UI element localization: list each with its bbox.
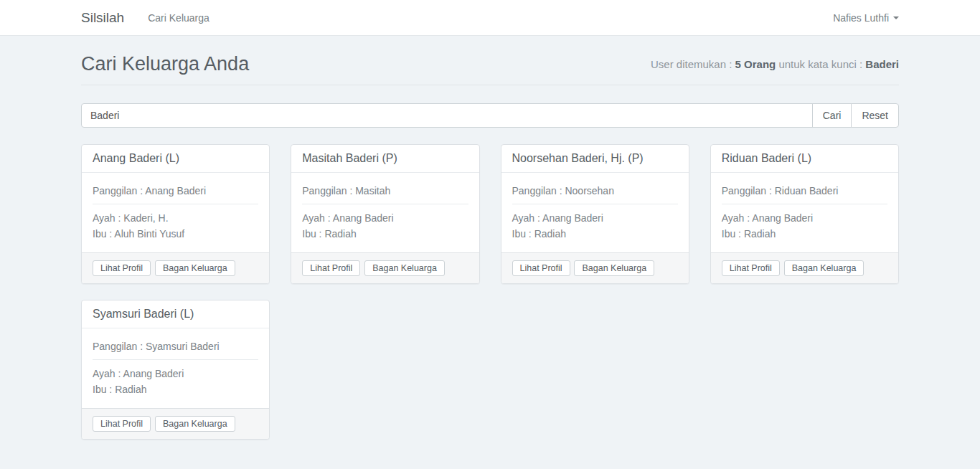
card-heading: Masitah Baderi (P) — [291, 145, 479, 173]
reset-button[interactable]: Reset — [851, 103, 899, 128]
card-heading: Syamsuri Baderi (L) — [82, 300, 269, 328]
person-father: Ayah : Anang Baderi — [512, 210, 678, 226]
lihat-profil-button[interactable]: Lihat Profil — [93, 260, 151, 276]
card-body: Panggilan : Noorsehan Ayah : Anang Bader… — [501, 173, 689, 252]
page-title: Cari Keluarga Anda — [81, 53, 249, 75]
card-body: Panggilan : Syamsuri Baderi Ayah : Anang… — [82, 328, 269, 408]
card-footer: Lihat Profil Bagan Keluarga — [711, 252, 898, 283]
card-heading: Riduan Baderi (L) — [711, 145, 898, 173]
person-father: Ayah : Anang Baderi — [93, 366, 258, 382]
lihat-profil-button[interactable]: Lihat Profil — [302, 260, 360, 276]
lihat-profil-button[interactable]: Lihat Profil — [512, 260, 570, 276]
person-father: Ayah : Anang Baderi — [302, 210, 468, 226]
person-nickname: Panggilan : Syamsuri Baderi — [93, 339, 258, 354]
nav-item-cari-keluarga[interactable]: Cari Keluarga — [148, 12, 209, 24]
person-card: Anang Baderi (L) Panggilan : Anang Bader… — [81, 144, 270, 284]
person-mother: Ibu : Radiah — [512, 226, 678, 242]
lihat-profil-button[interactable]: Lihat Profil — [93, 416, 151, 432]
bagan-keluarga-button[interactable]: Bagan Keluarga — [364, 260, 445, 276]
result-count: 5 Orang — [735, 58, 776, 70]
result-keyword: Baderi — [865, 58, 899, 70]
search-form: Cari Reset — [81, 103, 899, 128]
bagan-keluarga-button[interactable]: Bagan Keluarga — [155, 416, 235, 432]
card-footer: Lihat Profil Bagan Keluarga — [291, 252, 479, 283]
divider — [93, 359, 258, 360]
person-father: Ayah : Anang Baderi — [722, 210, 887, 226]
brand-link[interactable]: Silsilah — [81, 10, 124, 26]
person-nickname: Panggilan : Anang Baderi — [93, 184, 258, 198]
result-summary: User ditemukan : 5 Orang untuk kata kunc… — [651, 58, 899, 70]
person-father: Ayah : Kaderi, H. — [93, 210, 258, 226]
card-body: Panggilan : Masitah Ayah : Anang Baderi … — [291, 173, 479, 252]
person-name: Masitah Baderi (P) — [302, 152, 468, 165]
bagan-keluarga-button[interactable]: Bagan Keluarga — [574, 260, 654, 276]
person-mother: Ibu : Radiah — [722, 226, 887, 242]
person-name: Riduan Baderi (L) — [722, 152, 887, 165]
person-nickname: Panggilan : Masitah — [302, 184, 468, 198]
divider — [93, 204, 258, 204]
person-nickname: Panggilan : Noorsehan — [512, 184, 678, 198]
user-name: Nafies Luthfi — [833, 12, 889, 24]
person-name: Syamsuri Baderi (L) — [93, 308, 258, 321]
navbar: Silsilah Cari Keluarga Nafies Luthfi — [0, 0, 980, 36]
lihat-profil-button[interactable]: Lihat Profil — [722, 260, 780, 276]
search-input[interactable] — [81, 103, 813, 128]
card-body: Panggilan : Riduan Baderi Ayah : Anang B… — [711, 173, 898, 252]
card-footer: Lihat Profil Bagan Keluarga — [82, 408, 269, 439]
person-mother: Ibu : Radiah — [302, 226, 468, 242]
result-summary-prefix: User ditemukan : — [651, 58, 735, 70]
person-name: Anang Baderi (L) — [93, 152, 258, 165]
person-card: Noorsehan Baderi, Hj. (P) Panggilan : No… — [501, 144, 689, 284]
user-dropdown[interactable]: Nafies Luthfi — [833, 12, 899, 24]
results-grid: Anang Baderi (L) Panggilan : Anang Bader… — [81, 144, 899, 440]
caret-down-icon — [893, 16, 899, 19]
person-card: Syamsuri Baderi (L) Panggilan : Syamsuri… — [81, 300, 270, 440]
person-nickname: Panggilan : Riduan Baderi — [722, 184, 887, 198]
person-mother: Ibu : Radiah — [93, 382, 258, 397]
bagan-keluarga-button[interactable]: Bagan Keluarga — [784, 260, 864, 276]
card-footer: Lihat Profil Bagan Keluarga — [82, 252, 269, 283]
card-body: Panggilan : Anang Baderi Ayah : Kaderi, … — [82, 173, 269, 252]
divider — [512, 204, 678, 204]
person-mother: Ibu : Aluh Binti Yusuf — [93, 226, 258, 242]
card-heading: Noorsehan Baderi, Hj. (P) — [501, 145, 689, 173]
bagan-keluarga-button[interactable]: Bagan Keluarga — [155, 260, 235, 276]
divider — [722, 204, 887, 204]
page-header: Cari Keluarga Anda User ditemukan : 5 Or… — [81, 53, 899, 85]
person-card: Masitah Baderi (P) Panggilan : Masitah A… — [291, 144, 479, 284]
card-heading: Anang Baderi (L) — [82, 145, 269, 173]
cari-button[interactable]: Cari — [812, 103, 852, 128]
person-card: Riduan Baderi (L) Panggilan : Riduan Bad… — [710, 144, 899, 284]
person-name: Noorsehan Baderi, Hj. (P) — [512, 152, 678, 165]
card-footer: Lihat Profil Bagan Keluarga — [501, 252, 689, 283]
divider — [302, 204, 468, 204]
result-summary-middle: untuk kata kunci : — [776, 58, 865, 70]
